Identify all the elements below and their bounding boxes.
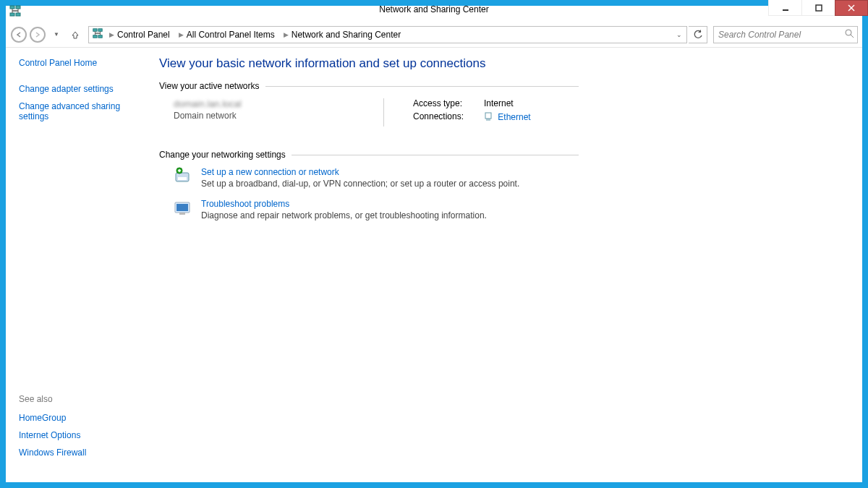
svg-rect-25 <box>179 213 185 215</box>
internet-options-link[interactable]: Internet Options <box>19 430 145 440</box>
breadcrumb-item[interactable]: ▶All Control Panel Items <box>176 27 278 43</box>
svg-rect-10 <box>93 35 97 38</box>
chevron-right-icon: ▶ <box>179 31 184 38</box>
change-settings-heading: Change your networking settings <box>159 150 579 160</box>
history-dropdown[interactable]: ▼ <box>48 26 65 43</box>
homegroup-link[interactable]: HomeGroup <box>19 413 145 423</box>
setup-connection-link[interactable]: Set up a new connection or network <box>201 167 519 177</box>
svg-rect-8 <box>93 29 97 32</box>
main-content: View your basic network information and … <box>158 48 862 482</box>
window-title: Network and Sharing Center <box>0 4 868 14</box>
svg-rect-5 <box>816 5 822 11</box>
breadcrumb-item[interactable]: ▶Control Panel <box>106 27 173 43</box>
network-type: Domain network <box>174 111 383 121</box>
titlebar: Network and Sharing Center <box>0 0 868 22</box>
up-button[interactable] <box>67 26 84 43</box>
access-type-value: Internet <box>484 98 514 108</box>
forward-button[interactable] <box>29 26 46 43</box>
connections-label: Connections: <box>413 111 471 124</box>
search-placeholder: Search Control Panel <box>718 30 801 40</box>
troubleshoot-desc: Diagnose and repair network problems, or… <box>201 210 487 221</box>
troubleshoot-option: Troubleshoot problems Diagnose and repai… <box>174 199 579 221</box>
access-type-label: Access type: <box>413 98 471 108</box>
svg-rect-14 <box>485 113 491 119</box>
windows-firewall-link[interactable]: Windows Firewall <box>19 448 145 458</box>
control-panel-home-link[interactable]: Control Panel Home <box>19 58 145 68</box>
network-center-icon <box>92 27 103 41</box>
active-network: domain.lan.local Domain network Access t… <box>174 98 579 127</box>
close-button[interactable] <box>835 0 868 16</box>
svg-rect-24 <box>176 204 188 211</box>
new-connection-icon <box>174 167 192 186</box>
page-title: View your basic network information and … <box>159 56 579 71</box>
svg-line-13 <box>851 35 854 38</box>
back-button[interactable] <box>10 26 27 43</box>
troubleshoot-icon <box>174 199 192 218</box>
see-also-section: See also HomeGroup Internet Options Wind… <box>19 394 145 472</box>
ethernet-icon <box>484 111 493 124</box>
troubleshoot-link[interactable]: Troubleshoot problems <box>201 199 487 209</box>
refresh-button[interactable] <box>689 26 707 43</box>
change-advanced-link[interactable]: Change advanced sharing settings <box>19 101 142 121</box>
svg-point-12 <box>846 30 851 35</box>
maximize-button[interactable] <box>801 0 835 16</box>
network-name: domain.lan.local <box>174 98 383 109</box>
setup-connection-option: Set up a new connection or network Set u… <box>174 167 579 189</box>
svg-rect-11 <box>98 35 102 38</box>
change-adapter-link[interactable]: Change adapter settings <box>19 84 145 94</box>
see-also-title: See also <box>19 394 145 404</box>
breadcrumb[interactable]: ▶Control Panel ▶All Control Panel Items … <box>88 26 687 43</box>
ethernet-link[interactable]: Ethernet <box>498 112 530 122</box>
search-icon <box>845 29 854 40</box>
active-networks-heading: View your active networks <box>159 81 579 91</box>
minimize-button[interactable] <box>768 0 801 16</box>
breadcrumb-item[interactable]: ▶Network and Sharing Center <box>281 27 404 43</box>
svg-rect-22 <box>178 177 187 180</box>
setup-connection-desc: Set up a broadband, dial-up, or VPN conn… <box>201 179 519 189</box>
chevron-right-icon: ▶ <box>284 31 289 38</box>
navbar: ▼ ▶Control Panel ▶All Control Panel Item… <box>6 22 862 48</box>
svg-rect-9 <box>98 29 102 32</box>
address-dropdown[interactable]: ⌄ <box>672 31 686 38</box>
chevron-right-icon: ▶ <box>109 31 114 38</box>
search-input[interactable]: Search Control Panel <box>713 26 858 43</box>
sidebar: Control Panel Home Change adapter settin… <box>6 48 158 482</box>
